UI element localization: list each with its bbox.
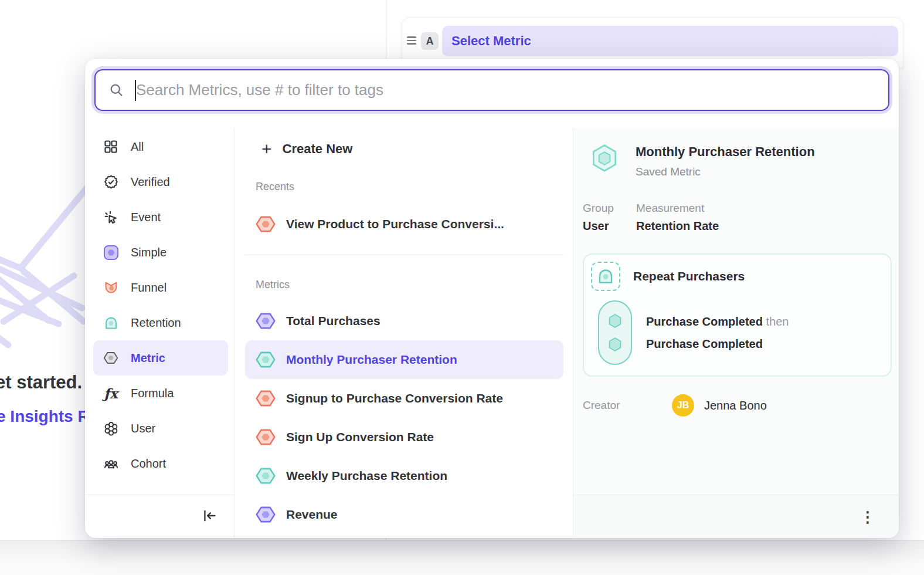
sidebar-item-retention[interactable]: Retention [85,305,234,340]
detail-subtitle: Saved Metric [636,165,815,178]
metric-detail-panel: Monthly Purchaser Retention Saved Metric… [573,128,899,538]
sidebar-item-label: Formula [131,387,174,400]
group-label: Group [583,202,636,215]
drag-handle-icon[interactable] [407,36,416,45]
funnel-hexagon-orange-icon [254,214,277,234]
metric-item-label: Revenue [286,508,338,522]
metric-item-label: Weekly Purchase Retention [286,469,447,483]
step-1-text: Purchase Completed then [646,315,789,329]
metric-item-label: Monthly Purchaser Retention [286,353,457,367]
funnel-icon [103,279,119,296]
list-divider [245,255,563,255]
sidebar-item-funnel[interactable]: Funnel [85,270,234,305]
metric-item-revenue[interactable]: Revenue [235,495,573,534]
sidebar-footer [85,495,234,538]
more-options-icon[interactable]: ⋮ [860,509,875,525]
creator-row: Creator JB Jenna Bono [583,394,899,417]
step-hexagon-icon [607,336,623,353]
hexagon-teal-icon [254,350,277,370]
recents-header: Recents [256,181,573,193]
metric-item-sign-up-conversion-rate[interactable]: Sign Up Conversion Rate [235,418,573,456]
sidebar-item-label: Simple [131,246,167,259]
query-block-badge: A [421,32,439,50]
sidebar-item-metric[interactable]: Metric [85,340,234,376]
cohort-people-icon [103,455,119,472]
hexagon-orange-icon [254,427,277,447]
sidebar-item-label: All [131,140,144,154]
metric-item-monthly-purchaser-retention[interactable]: Monthly Purchaser Retention [235,340,573,379]
select-metric-pill[interactable]: Select Metric [442,26,898,56]
sidebar-item-verified[interactable]: Verified [85,164,234,199]
create-new-label: Create New [283,141,353,157]
retention-icon [103,314,119,331]
metric-item-label: Total Purchases [286,314,381,328]
sidebar-item-label: Funnel [131,281,167,295]
plus-icon: + [261,140,272,158]
select-metric-label: Select Metric [451,33,531,49]
detail-title: Monthly Purchaser Retention [636,143,815,160]
sidebar-item-label: Metric [131,351,165,365]
background-partial-heading: et started. [0,372,82,393]
detail-footer: ⋮ [573,495,899,538]
filter-sidebar: All Verified [85,128,235,538]
sidebar-item-simple[interactable]: Simple [85,235,234,270]
user-cluster-icon [103,420,119,437]
metric-item-label: Sign Up Conversion Rate [286,430,434,444]
metric-item-weekly-purchase-retention[interactable]: Weekly Purchase Retention [235,456,573,495]
background-bottom-bar [0,540,924,575]
creator-avatar: JB [672,394,694,417]
sidebar-item-cohort[interactable]: Cohort [85,446,234,481]
recent-item-label: View Product to Purchase Conversi... [286,217,504,231]
sidebar-item-label: Retention [131,316,181,330]
sidebar-item-label: User [131,422,155,435]
search-bar[interactable] [94,69,889,111]
create-new-button[interactable]: + Create New [235,136,573,162]
metric-hexagon-icon [103,350,119,366]
step-hexagon-icon [607,313,623,329]
sidebar-item-label: Cohort [131,457,166,471]
metric-item-total-purchases[interactable]: Total Purchases [235,302,573,340]
sidebar-item-all[interactable]: All [85,129,234,164]
metrics-header: Metrics [256,279,573,291]
hexagon-teal-icon [254,466,277,486]
measurement-value: Retention Rate [636,219,719,233]
collapse-sidebar-icon[interactable] [201,508,218,526]
search-icon [108,82,124,98]
creator-label: Creator [583,399,672,412]
creator-name: Jenna Bono [704,399,767,412]
sidebar-item-label: Verified [131,175,170,189]
event-cursor-icon [103,209,119,225]
metric-item-label: Signup to Purchase Conversion Rate [286,391,503,405]
step-2-text: Purchase Completed [646,337,789,351]
hexagon-orange-icon [254,388,277,408]
metric-picker-modal: All Verified [85,59,899,538]
hexagon-purple-icon [254,505,277,525]
recent-item-view-product[interactable]: View Product to Purchase Conversi... [235,205,573,243]
sidebar-item-label: Event [131,211,161,224]
step-then-text: then [766,315,789,328]
measurement-label: Measurement [636,202,719,215]
grid-icon [103,138,119,155]
sidebar-item-user[interactable]: User [85,411,234,446]
hexagon-purple-icon [254,311,277,331]
metric-item-signup-to-purchase-conversion-rate[interactable]: Signup to Purchase Conversion Rate [235,379,573,418]
metric-list-column: + Create New Recents View Product to Pur… [235,128,573,538]
step-sequence-pill [598,300,632,365]
search-input[interactable] [136,81,875,99]
saved-metric-hexagon-icon [590,143,619,178]
rule-card-title: Repeat Purchasers [633,269,745,283]
verified-badge-icon [103,174,119,190]
sidebar-item-event[interactable]: Event [85,199,234,235]
retention-definition-card: Repeat Purchasers Purchase Completed the… [583,253,892,377]
background-partial-link[interactable]: e Insights Re [0,407,98,426]
group-value: User [583,219,636,233]
simple-metric-icon [103,244,119,261]
dashed-retention-icon [591,262,620,291]
sidebar-item-formula[interactable]: ƒx Formula [85,376,234,411]
formula-icon: ƒx [103,385,119,401]
